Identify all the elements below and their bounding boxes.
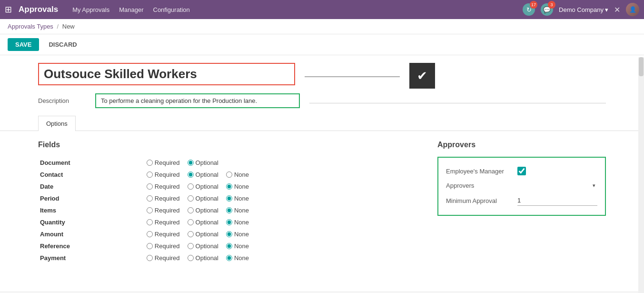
field-options-reference: Required Optional None [145, 240, 409, 252]
topnav: ⊞ Approvals My Approvals Manager Configu… [0, 0, 644, 19]
field-options-period: Required Optional None [145, 192, 409, 204]
field-name-date: Date [38, 181, 145, 192]
field-options-contact: Required Optional None [145, 169, 409, 181]
radio-quantity-none[interactable]: None [226, 219, 249, 226]
chat-badge-wrap[interactable]: 💬 3 [541, 3, 553, 16]
breadcrumb-parent[interactable]: Approvals Types [8, 23, 53, 30]
radio-contact-required[interactable]: Required [147, 171, 180, 178]
employee-manager-row: Employee's Manager [446, 164, 597, 178]
radio-period-none[interactable]: None [226, 195, 249, 202]
topnav-right: ↻ 17 💬 3 Demo Company ▾ ✕ 👤 [523, 3, 639, 16]
avatar-image: 👤 [626, 3, 639, 16]
minimum-approval-row: Minimum Approval [446, 193, 597, 208]
field-options-amount: Required Optional None [145, 228, 409, 240]
field-row-contact: Contact Required Optional [38, 169, 409, 181]
approvers-select-arrow: ▾ [593, 182, 595, 189]
radio-items-required[interactable]: Required [147, 207, 180, 214]
company-name: Demo Company [559, 6, 604, 13]
save-button[interactable]: SAVE [8, 38, 39, 51]
tab-options[interactable]: Options [38, 116, 76, 131]
radio-amount-none[interactable]: None [226, 231, 249, 238]
description-label: Description [38, 97, 86, 104]
approvers-row: Approvers ▾ [446, 178, 597, 193]
close-icon[interactable]: ✕ [614, 5, 620, 14]
topnav-menu: My Approvals Manager Configuration [72, 6, 518, 13]
discard-button[interactable]: DISCARD [43, 38, 82, 51]
field-name-quantity: Quantity [38, 216, 145, 228]
radio-quantity-optional[interactable]: Optional [188, 219, 218, 226]
description-row: Description [0, 93, 644, 116]
field-options-quantity: Required Optional None [145, 216, 409, 228]
avatar[interactable]: 👤 [626, 3, 639, 16]
fields-title: Fields [38, 141, 409, 149]
minimum-approval-input[interactable] [517, 195, 597, 206]
fields-table: Document Required Optional [38, 157, 409, 264]
radio-payment-required[interactable]: Required [147, 254, 180, 262]
field-name-amount: Amount [38, 228, 145, 240]
employee-manager-label: Employee's Manager [446, 168, 513, 175]
company-selector[interactable]: Demo Company ▾ [559, 6, 608, 13]
radio-period-required[interactable]: Required [147, 195, 180, 202]
breadcrumb: Approvals Types / New [0, 19, 644, 34]
title-underline [305, 76, 400, 77]
minimum-approval-label: Minimum Approval [446, 197, 513, 204]
breadcrumb-separator: / [57, 23, 59, 30]
radio-contact-optional[interactable]: Optional [188, 171, 218, 178]
field-name-contact: Contact [38, 169, 145, 181]
app-title: Approvals [19, 5, 58, 14]
description-line [309, 103, 606, 103]
field-row-document: Document Required Optional [38, 157, 409, 169]
field-name-items: Items [38, 204, 145, 216]
chat-badge: 3 [548, 1, 555, 9]
radio-period-optional[interactable]: Optional [188, 195, 218, 202]
radio-reference-none[interactable]: None [226, 242, 249, 250]
field-name-payment: Payment [38, 252, 145, 264]
form-title-area: ✔ [0, 63, 644, 93]
options-content: Fields Document Required [0, 131, 644, 273]
radio-payment-optional[interactable]: Optional [188, 254, 218, 262]
field-options-payment: Required Optional None [145, 252, 409, 264]
radio-amount-optional[interactable]: Optional [188, 231, 218, 238]
radio-date-none[interactable]: None [226, 183, 249, 190]
menu-manager[interactable]: Manager [119, 6, 143, 13]
breadcrumb-current: New [62, 23, 75, 30]
radio-items-optional[interactable]: Optional [188, 207, 218, 214]
field-row-payment: Payment Required Optional [38, 252, 409, 264]
radio-amount-required[interactable]: Required [147, 231, 180, 238]
fields-section: Fields Document Required [38, 141, 409, 264]
scrollbar[interactable] [638, 57, 644, 293]
radio-document-required[interactable]: Required [147, 159, 180, 166]
radio-items-none[interactable]: None [226, 207, 249, 214]
scrollbar-thumb[interactable] [639, 57, 644, 76]
radio-payment-none[interactable]: None [226, 254, 249, 262]
main-content: ✔ Description Options Fields [0, 55, 644, 291]
field-name-period: Period [38, 192, 145, 204]
radio-reference-optional[interactable]: Optional [188, 242, 218, 250]
approvers-field-label: Approvers [446, 182, 513, 189]
menu-my-approvals[interactable]: My Approvals [72, 6, 109, 13]
company-arrow: ▾ [605, 6, 608, 13]
approvers-section: Approvers Employee's Manager Approvers [437, 141, 606, 264]
refresh-badge: 17 [530, 1, 537, 9]
approvers-box: Employee's Manager Approvers ▾ [437, 157, 606, 216]
menu-configuration[interactable]: Configuration [153, 6, 190, 13]
field-options-items: Required Optional None [145, 204, 409, 216]
checkmark-button[interactable]: ✔ [409, 63, 435, 89]
description-input[interactable] [95, 93, 300, 108]
grid-icon[interactable]: ⊞ [5, 4, 12, 15]
approvers-title: Approvers [437, 141, 606, 149]
employee-manager-checkbox[interactable] [517, 167, 526, 175]
field-name-reference: Reference [38, 240, 145, 252]
radio-reference-required[interactable]: Required [147, 242, 180, 250]
refresh-badge-wrap[interactable]: ↻ 17 [523, 3, 535, 16]
radio-document-optional[interactable]: Optional [188, 159, 218, 166]
radio-date-optional[interactable]: Optional [188, 183, 218, 190]
field-row-date: Date Required Optional [38, 181, 409, 192]
radio-contact-none[interactable]: None [226, 171, 249, 178]
radio-date-required[interactable]: Required [147, 183, 180, 190]
field-row-reference: Reference Required Optional [38, 240, 409, 252]
radio-quantity-required[interactable]: Required [147, 219, 180, 226]
field-options-date: Required Optional None [145, 181, 409, 192]
tabs-bar: Options [0, 116, 644, 131]
form-title-input[interactable] [38, 63, 295, 85]
